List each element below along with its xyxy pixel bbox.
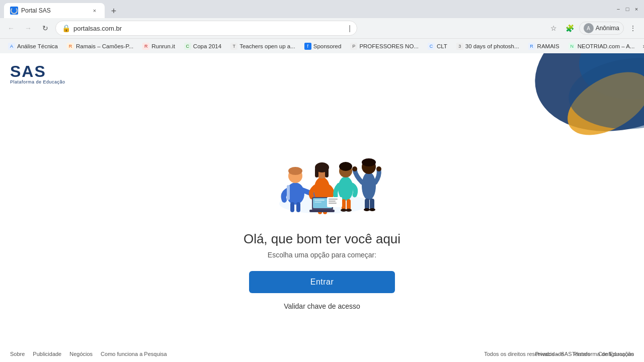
svg-rect-10 xyxy=(287,185,290,200)
maximize-button[interactable]: □ xyxy=(624,6,631,13)
active-tab[interactable]: Portal SAS × xyxy=(4,3,105,18)
bookmark-favicon: f xyxy=(304,43,311,50)
sas-logo-box: SAS Plataforma de Educação xyxy=(10,63,65,84)
svg-rect-22 xyxy=(314,202,321,203)
footer-link-termos[interactable]: Termos xyxy=(572,351,590,357)
svg-point-33 xyxy=(362,158,376,166)
svg-rect-23 xyxy=(309,210,335,212)
bookmarks-bar: A Análise Técnica R Ramais – Camões-P...… xyxy=(0,38,644,53)
svg-rect-41 xyxy=(329,199,338,200)
svg-point-38 xyxy=(364,208,370,211)
svg-rect-36 xyxy=(365,199,369,210)
bookmark-favicon: R xyxy=(142,43,149,50)
footer-right-links: Privacidade Termos Configurações xyxy=(525,346,644,362)
tab-close-button[interactable]: × xyxy=(91,7,99,15)
tab-bar: Portal SAS × + xyxy=(4,0,615,18)
svg-rect-27 xyxy=(342,199,346,210)
loading-spinner xyxy=(11,7,18,14)
toolbar-right: ☆ 🧩 A Anônima ⋮ xyxy=(547,21,640,35)
tab-title: Portal SAS xyxy=(21,7,88,14)
cursor-icon: | xyxy=(349,24,351,32)
profile-button[interactable]: A Anônima xyxy=(579,22,624,35)
validate-link[interactable]: Validar chave de acesso xyxy=(284,302,360,310)
minimize-button[interactable]: − xyxy=(615,6,622,13)
bookmark-professores[interactable]: P PROFESSORES NO... xyxy=(346,41,423,51)
bookmark-favicon: 3 xyxy=(456,43,463,50)
svg-point-7 xyxy=(288,167,302,175)
bookmark-star-icon[interactable]: ☆ xyxy=(547,21,561,35)
bookmark-favicon: C xyxy=(184,43,191,50)
svg-rect-37 xyxy=(370,199,374,210)
bookmark-ramais2[interactable]: R RAMAIS xyxy=(524,41,564,51)
svg-rect-9 xyxy=(296,202,300,212)
forward-button[interactable]: → xyxy=(21,21,35,35)
bookmark-favicon: R xyxy=(528,43,535,50)
new-tab-button[interactable]: + xyxy=(107,4,121,18)
bookmark-runrun[interactable]: R Runrun.it xyxy=(138,41,179,51)
bookmark-favicon: P xyxy=(350,43,357,50)
svg-point-35 xyxy=(376,166,381,171)
svg-point-26 xyxy=(339,162,352,171)
svg-rect-43 xyxy=(329,203,337,204)
svg-point-39 xyxy=(369,208,375,211)
profile-avatar: A xyxy=(584,23,594,33)
lock-icon: 🔒 xyxy=(62,24,70,32)
address-icons: | xyxy=(349,24,351,32)
bookmark-clt[interactable]: C CLT xyxy=(424,41,451,51)
svg-rect-21 xyxy=(314,200,325,201)
window-controls: − □ × xyxy=(615,6,640,13)
address-field[interactable]: 🔒 portalsas.com.br | xyxy=(55,21,357,36)
svg-rect-15 xyxy=(325,167,329,177)
bookmark-30days[interactable]: 3 30 days of photosh... xyxy=(452,41,523,51)
bookmark-copa[interactable]: C Copa 2014 xyxy=(180,41,225,51)
bookmark-analise[interactable]: A Análise Técnica xyxy=(4,41,62,51)
enter-button[interactable]: Entrar xyxy=(249,271,395,293)
menu-button[interactable]: ⋮ xyxy=(626,21,640,35)
reload-button[interactable]: ↻ xyxy=(38,21,52,35)
svg-point-31 xyxy=(362,172,376,200)
sas-tagline: Plataforma de Educação xyxy=(10,79,65,84)
more-bookmarks-button[interactable]: » xyxy=(639,41,644,51)
svg-rect-14 xyxy=(315,167,318,177)
tab-favicon xyxy=(10,7,18,15)
footer-link-como-funciona[interactable]: Como funciona a Pesquisa xyxy=(101,351,167,357)
title-bar: Portal SAS × + − □ × xyxy=(0,0,644,18)
footer-link-sobre[interactable]: Sobre xyxy=(10,351,25,357)
bookmark-favicon: N xyxy=(569,43,576,50)
address-text: portalsas.com.br xyxy=(73,25,346,32)
footer-link-privacidade[interactable]: Privacidade xyxy=(535,351,564,357)
welcome-heading: Olá, que bom ter você aqui xyxy=(244,231,400,247)
address-bar-row: ← → ↻ 🔒 portalsas.com.br | ☆ 🧩 A Anônima… xyxy=(0,18,644,38)
bookmark-ramais[interactable]: R Ramais – Camões-P... xyxy=(63,41,137,51)
svg-point-34 xyxy=(352,166,357,171)
bookmark-sponsored[interactable]: f Sponsored xyxy=(300,41,346,51)
svg-point-24 xyxy=(338,176,353,201)
bookmark-favicon: R xyxy=(67,43,74,50)
browser-chrome: Portal SAS × + − □ × ← → ↻ 🔒 portalsas.c… xyxy=(0,0,644,53)
bookmark-neotriad[interactable]: N NEOTRIAD.com – A... xyxy=(565,41,639,51)
svg-rect-28 xyxy=(347,199,351,210)
footer-link-configuracoes[interactable]: Configurações xyxy=(598,351,634,357)
extensions-icon[interactable]: 🧩 xyxy=(563,21,577,35)
svg-rect-8 xyxy=(290,202,294,212)
svg-rect-42 xyxy=(329,201,336,202)
illustration xyxy=(259,116,385,221)
footer-link-publicidade[interactable]: Publicidade xyxy=(33,351,61,357)
bookmark-favicon: C xyxy=(428,43,435,50)
welcome-subtext: Escolha uma opção para começar: xyxy=(268,251,376,259)
sas-logo[interactable]: SAS Plataforma de Educação xyxy=(10,63,65,84)
profile-name: Anônima xyxy=(596,25,619,32)
svg-point-30 xyxy=(346,209,352,212)
sas-letters: SAS xyxy=(10,63,46,79)
bookmark-teachers[interactable]: T Teachers open up a... xyxy=(226,41,299,51)
page-content: SAS Plataforma de Educação xyxy=(0,53,644,362)
footer-link-negocios[interactable]: Negócios xyxy=(69,351,93,357)
footer-left-links: Sobre Publicidade Negócios Como funciona… xyxy=(10,351,167,357)
main-content: Olá, que bom ter você aqui Escolha uma o… xyxy=(0,53,644,362)
back-button[interactable]: ← xyxy=(4,21,18,35)
bookmark-favicon: A xyxy=(8,43,15,50)
bookmark-favicon: T xyxy=(230,43,237,50)
close-button[interactable]: × xyxy=(633,6,640,13)
